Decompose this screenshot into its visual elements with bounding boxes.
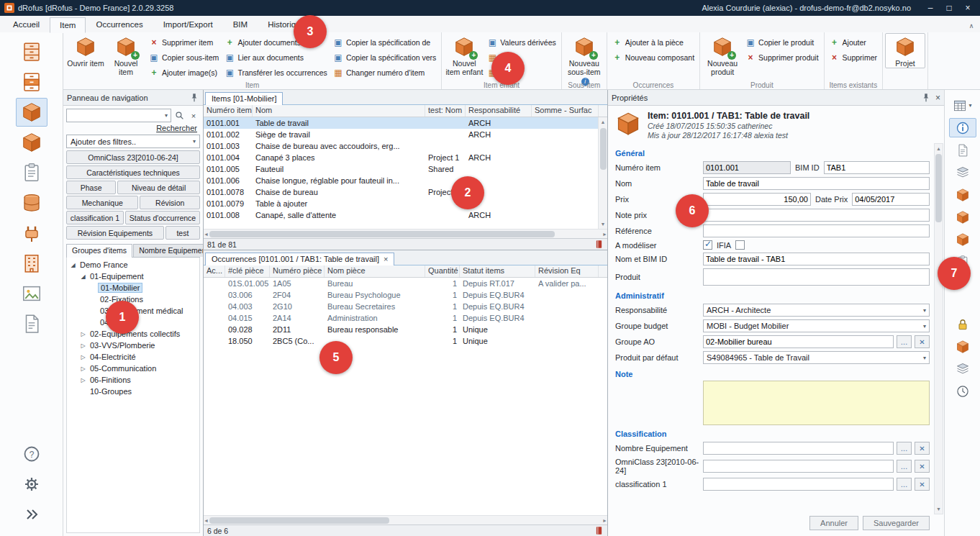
help-button[interactable]: ? xyxy=(16,443,47,465)
search-link[interactable]: Rechercher xyxy=(156,124,197,132)
filter-omniclass-23-2010-06-24[interactable]: OmniClass 23[2010-06-24] xyxy=(66,150,200,164)
menu-tab-accueil[interactable]: Accueil xyxy=(3,17,50,32)
products-button[interactable] xyxy=(16,128,47,157)
ribbon-icon-button[interactable]: ▦ xyxy=(484,65,558,80)
tree-item-10-groupes[interactable]: 10-Groupes xyxy=(67,386,199,397)
clear-search-icon[interactable]: × xyxy=(187,109,200,122)
occurrence-list-button[interactable] xyxy=(949,252,976,271)
search-combobox[interactable]: ▾ xyxy=(66,109,171,122)
table-row[interactable]: 0101.0078Chaise de bureauProject 1 xyxy=(204,186,607,198)
filter-revision[interactable]: Révision xyxy=(140,196,200,209)
lier-aux-documents-button[interactable]: ▣Lier aux documents xyxy=(222,50,330,65)
item-box-button[interactable] xyxy=(949,185,976,204)
settings-gear-button[interactable] xyxy=(16,473,47,495)
column-header-cle-piece[interactable]: #clé pièce xyxy=(225,265,270,277)
note-prix-input[interactable] xyxy=(703,209,930,222)
tree-item-01-mobilier[interactable]: 01-Mobilier xyxy=(67,282,199,294)
info-button[interactable] xyxy=(949,118,976,137)
column-header-somme-surfac[interactable]: Somme - Surfac xyxy=(532,105,599,117)
history-clock-button[interactable] xyxy=(949,381,976,401)
nav-tab-groupes-d-items[interactable]: Groupes d'items xyxy=(66,244,132,258)
table-row[interactable]: 0101.003Chaise de bureau avec accoudoirs… xyxy=(204,140,607,152)
nouveau-produit-button[interactable]: +Nouveau produit xyxy=(702,33,743,77)
table-row[interactable]: 18.0502BC5 (Co...1Unique xyxy=(204,335,607,347)
nav-tab-nombre-equipement[interactable]: Nombre Equipement xyxy=(133,244,203,257)
browse-icon[interactable]: … xyxy=(897,335,912,348)
systems-plug-button[interactable] xyxy=(16,219,47,247)
menu-tab-bim[interactable]: BIM xyxy=(223,17,258,32)
items-button[interactable] xyxy=(16,98,47,127)
ajouter-documents-button[interactable]: +Ajouter documents xyxy=(222,35,330,50)
reference-input[interactable] xyxy=(703,224,930,237)
images-button[interactable] xyxy=(16,279,47,308)
copy-document-button[interactable] xyxy=(949,140,976,160)
responsabilite-select[interactable]: ARCH - Architecte ▾ xyxy=(703,304,930,317)
ajouter-button[interactable]: +Ajouter xyxy=(827,35,880,50)
browse-icon[interactable]: … xyxy=(897,478,912,491)
groupe-ao-input[interactable] xyxy=(703,335,894,348)
component-box-button[interactable] xyxy=(949,230,976,249)
copier-sous-item-button[interactable]: ▣Copier sous-item xyxy=(146,50,222,65)
tree-expander-icon[interactable]: ▷ xyxy=(78,365,88,372)
table-row[interactable]: 0101.008Canapé, salle d'attenteARCH xyxy=(204,209,607,221)
clear-field-icon[interactable]: ✕ xyxy=(915,335,930,348)
tree-expander-icon[interactable]: ◢ xyxy=(78,273,88,280)
properties-scrollbar[interactable]: ▲▼ xyxy=(934,143,943,514)
tree-item-02-equipements-collectifs[interactable]: ▷02-Equipements collectifs xyxy=(67,328,199,340)
nouveau-composant-button[interactable]: +Nouveau composant xyxy=(609,50,697,65)
table-row[interactable]: 0101.004Canapé 3 placesProject 1ARCH xyxy=(204,152,607,163)
ouvrir-item-button[interactable]: Ouvrir item xyxy=(65,33,106,68)
supprimer-item-button[interactable]: ×Supprimer item xyxy=(146,35,222,50)
items-vertical-scrollbar[interactable]: ▲ ▼ xyxy=(598,117,607,229)
menu-tab-occurrences[interactable]: Occurrences xyxy=(86,17,153,32)
numero-item-input[interactable] xyxy=(703,161,791,174)
nombre-equipement-input[interactable] xyxy=(703,442,894,455)
nouvel-item-enfant-button[interactable]: +Nouvel item enfant xyxy=(444,33,484,77)
omniclass-input[interactable] xyxy=(703,460,894,473)
table-row[interactable]: 0101.0079Table à ajouter xyxy=(204,198,607,209)
table-row[interactable]: 09.0282D11Bureau responsable1Unique xyxy=(204,324,607,335)
tree-item-04[interactable]: 04-... xyxy=(67,317,199,328)
filter-classification-1[interactable]: classification 1 xyxy=(66,211,124,224)
tree-expander-icon[interactable]: ▷ xyxy=(78,331,88,337)
table-row[interactable]: 04.0152A14Administration1Depuis EQ.BUR4 xyxy=(204,312,607,324)
nouvel-item-button[interactable]: +Nouvel item xyxy=(106,33,146,77)
tree-item-03-vvs-plomberie[interactable]: ▷03-VVS/Plomberie xyxy=(67,340,199,351)
items-tab[interactable]: Items [01-Mobilier] xyxy=(205,92,283,105)
table-row[interactable]: 0101.006Chaise longue, réglable pour fau… xyxy=(204,175,607,186)
bim-id-input[interactable] xyxy=(824,161,930,174)
ifia-checkbox[interactable] xyxy=(735,240,745,250)
rooms-cabinet-button[interactable] xyxy=(16,37,47,66)
close-tab-icon[interactable]: × xyxy=(384,255,388,263)
tree-item-01-equipement[interactable]: ◢01-Equipement xyxy=(67,271,199,282)
projet-button[interactable]: Projet xyxy=(885,33,925,68)
occurrences-horizontal-scrollbar[interactable]: ◄► xyxy=(204,515,607,524)
collapse-ribbon-icon[interactable]: ∧ xyxy=(963,22,980,32)
tree-item-05-communication[interactable]: ▷05-Communication xyxy=(67,363,199,374)
devis-button[interactable]: ▦Devis xyxy=(484,50,558,65)
column-header-test-nom[interactable]: test: Nom xyxy=(425,105,466,117)
column-header-ac[interactable]: Ac... xyxy=(204,265,225,277)
browse-icon[interactable]: … xyxy=(897,460,912,473)
table-row[interactable]: 0101.002Siège de travailARCH xyxy=(204,129,607,140)
maximize-button[interactable]: □ xyxy=(940,3,958,13)
prix-input[interactable] xyxy=(703,193,811,206)
table-row[interactable]: 01S.01.0051A05Bureau1Depuis RT.017A vali… xyxy=(204,278,607,289)
transferer-les-occurrences-button[interactable]: ▣Transférer les occurrences xyxy=(222,65,330,80)
produit-defaut-select[interactable]: S49084965 - Table de Travail ▾ xyxy=(703,351,930,364)
nouveau-sous-item-button[interactable]: +Nouveau sous-itemi xyxy=(564,33,604,86)
menu-tab-import-export[interactable]: Import/Export xyxy=(153,17,223,32)
search-dropdown-icon[interactable]: ▾ xyxy=(163,112,169,119)
tree-expander-icon[interactable]: ▷ xyxy=(78,342,88,349)
produit-input[interactable] xyxy=(703,268,930,286)
filter-revision-equipements[interactable]: Révision Equipements xyxy=(66,226,164,240)
filter-mechanique[interactable]: Mechanique xyxy=(66,196,138,209)
tree-item-03-equipement-medical[interactable]: 03-Equipement médical xyxy=(67,305,199,317)
filter-phase[interactable]: Phase xyxy=(66,181,116,194)
tree-expander-icon[interactable]: ▷ xyxy=(78,377,88,383)
copier-le-produit-button[interactable]: ▣Copier le produit xyxy=(743,35,821,50)
tree-item-demo-france[interactable]: ◢Demo France xyxy=(67,259,199,271)
occurrences-tab[interactable]: Occurrences [0101.001 / TAB1: Table de t… xyxy=(205,253,394,265)
table-row[interactable]: 03.0062F04Bureau Psychologue1Depuis EQ.B… xyxy=(204,289,607,301)
copier-la-specification-vers-button[interactable]: ▣Copier la spécification vers xyxy=(330,50,439,65)
